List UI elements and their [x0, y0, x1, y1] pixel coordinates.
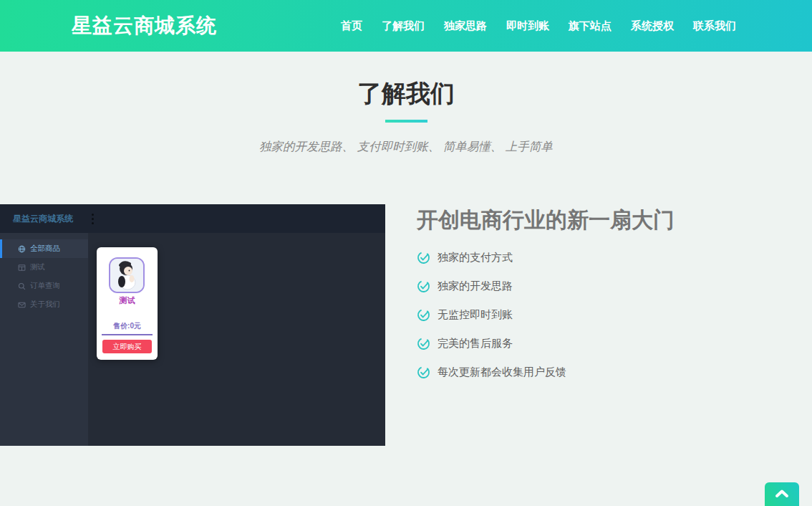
sidebar-item-about-us: 关于我们: [0, 295, 88, 314]
product-name: 测试: [97, 295, 158, 306]
nav-item-about[interactable]: 了解我们: [382, 19, 425, 33]
admin-screenshot: 星益云商城系统 全部商品 测试 订单查询: [0, 204, 385, 446]
sidebar-item-test: 测试: [0, 258, 88, 277]
product-card: 测试 售价:0元 立即购买: [97, 247, 158, 360]
feature-heading: 开创电商行业的新一扇大门: [417, 206, 675, 235]
site-header: 星益云商城系统 首页 了解我们 独家思路 即时到账 旗下站点 系统授权 联系我们: [0, 0, 812, 52]
feature-item: 独家的支付方式: [417, 249, 566, 265]
nav-item-instant-pay[interactable]: 即时到账: [506, 19, 549, 33]
sidebar-item-label: 关于我们: [30, 300, 60, 310]
check-circle-icon: [417, 308, 430, 322]
admin-sidebar: 全部商品 测试 订单查询 关于我们: [0, 233, 88, 446]
site-logo-title[interactable]: 星益云商城系统: [72, 12, 217, 39]
grid-icon: [18, 264, 26, 272]
sidebar-item-order-query: 订单查询: [0, 277, 88, 295]
title-divider: [385, 120, 427, 123]
feature-label: 独家的开发思路: [438, 280, 513, 293]
search-icon: [18, 282, 26, 290]
admin-topbar: 星益云商城系统: [0, 204, 385, 233]
page-subtitle: 独家的开发思路、 支付即时到账、 简单易懂、 上手简单: [0, 139, 812, 155]
nav-item-sites[interactable]: 旗下站点: [569, 19, 612, 33]
main-nav: 首页 了解我们 独家思路 即时到账 旗下站点 系统授权 联系我们: [341, 0, 736, 52]
sidebar-item-all-products: 全部商品: [0, 239, 88, 258]
admin-brand-title: 星益云商城系统: [13, 213, 73, 225]
feature-item: 完美的售后服务: [417, 335, 566, 351]
sidebar-item-label: 订单查询: [30, 281, 60, 291]
check-circle-icon: [417, 366, 430, 379]
check-circle-icon: [417, 280, 430, 293]
product-price: 售价:0元: [97, 321, 158, 331]
back-to-top-button[interactable]: [765, 482, 799, 506]
feature-label: 无监控即时到账: [438, 308, 513, 322]
buy-now-button: 立即购买: [102, 340, 152, 353]
nav-item-ideas[interactable]: 独家思路: [444, 19, 487, 33]
card-divider: [102, 334, 153, 335]
feature-item: 每次更新都会收集用户反馈: [417, 364, 566, 380]
feature-label: 独家的支付方式: [438, 251, 513, 264]
admin-menu: 全部商品 测试 订单查询 关于我们: [0, 239, 88, 314]
feature-label: 每次更新都会收集用户反馈: [438, 366, 566, 379]
globe-icon: [18, 245, 26, 253]
feature-label: 完美的售后服务: [438, 337, 513, 350]
feature-item: 无监控即时到账: [417, 307, 566, 323]
check-circle-icon: [417, 337, 430, 350]
product-image: [109, 257, 145, 293]
kebab-menu-icon: [92, 214, 94, 224]
mail-icon: [18, 301, 26, 309]
check-circle-icon: [417, 251, 430, 264]
chevron-up-icon: [775, 489, 789, 498]
sidebar-item-label: 全部商品: [30, 244, 60, 254]
nav-item-home[interactable]: 首页: [341, 19, 362, 33]
feature-list: 独家的支付方式 独家的开发思路 无监控即时到账 完美的售后服务 每次更新都会收集…: [417, 249, 566, 393]
sidebar-item-label: 测试: [30, 262, 45, 272]
feature-item: 独家的开发思路: [417, 278, 566, 294]
nav-item-license[interactable]: 系统授权: [631, 19, 674, 33]
nav-item-contact[interactable]: 联系我们: [693, 19, 736, 33]
page-title: 了解我们: [0, 77, 812, 110]
